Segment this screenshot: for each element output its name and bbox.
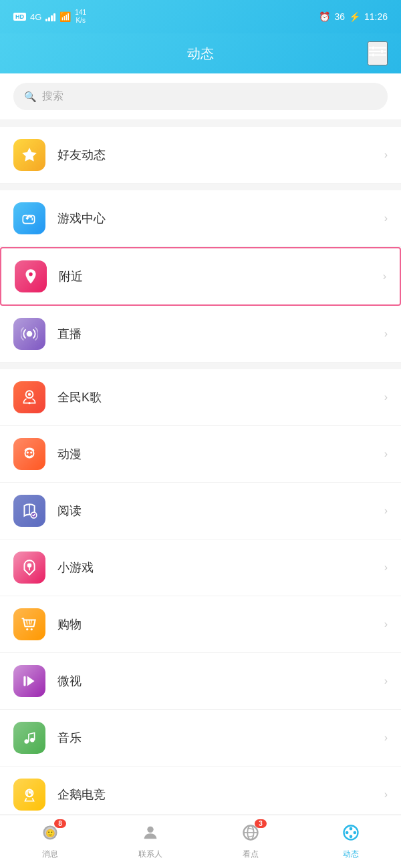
speed-text: 141 K/s [75, 9, 86, 25]
network-type: 4G [30, 12, 41, 22]
menu-item-esport[interactable]: 企鹅电竞 › [0, 767, 401, 815]
svg-point-15 [27, 331, 33, 337]
chevron-icon: › [384, 789, 388, 801]
status-bar: HD 4G 📶 141 K/s ⏰ 36 ⚡ 11:26 [0, 0, 401, 33]
hd-badge: HD [13, 13, 26, 21]
esport-icon [13, 779, 45, 811]
svg-point-27 [31, 628, 33, 630]
divider-3 [0, 363, 401, 369]
live-icon [13, 318, 45, 350]
minigame-label: 小游戏 [57, 560, 384, 576]
tab-moments[interactable]: 动态 [301, 823, 401, 860]
contacts-icon [141, 823, 160, 846]
tab-contacts[interactable]: 联系人 [100, 823, 200, 860]
read-label: 阅读 [57, 503, 384, 519]
shop-label: 购物 [57, 616, 384, 632]
svg-point-21 [30, 451, 32, 453]
tab-messages[interactable]: 🙂 8 消息 [0, 823, 100, 860]
live-label: 直播 [57, 326, 384, 342]
anime-icon [13, 438, 45, 470]
menu-item-read[interactable]: 阅读 › [0, 483, 401, 539]
divider-2 [0, 184, 401, 190]
discover-badge: 3 [255, 819, 267, 828]
chevron-icon: › [384, 675, 388, 687]
svg-point-18 [28, 402, 30, 404]
svg-point-46 [350, 835, 353, 839]
svg-point-30 [24, 739, 29, 744]
svg-point-2 [380, 50, 383, 53]
music-label: 音乐 [57, 730, 384, 746]
svg-point-12 [31, 218, 33, 219]
moments-tab-label: 动态 [343, 849, 359, 860]
read-icon [13, 495, 45, 527]
moments-icon [342, 823, 360, 846]
wifi-icon: 📶 [59, 11, 71, 22]
svg-point-24 [27, 564, 32, 568]
menu-item-music[interactable]: 音乐 › [0, 710, 401, 767]
svg-point-20 [27, 451, 29, 453]
friends-icon [13, 139, 45, 171]
discover-icon: 3 [241, 823, 260, 846]
svg-point-44 [350, 827, 353, 831]
karaoke-label: 全民K歌 [57, 389, 384, 405]
menu-item-friends[interactable]: 好友动态 › [0, 127, 401, 184]
contacts-tab-label: 联系人 [138, 849, 162, 860]
anime-label: 动漫 [57, 446, 384, 462]
svg-point-17 [28, 393, 31, 396]
svg-rect-11 [26, 218, 29, 219]
chevron-icon: › [384, 149, 388, 161]
svg-point-38 [147, 827, 153, 833]
signal-bars [45, 12, 55, 21]
header: 动态 [0, 33, 401, 73]
status-right: ⏰ 36 ⚡ 11:26 [319, 11, 388, 22]
weishi-label: 微视 [57, 673, 384, 689]
chevron-icon: › [384, 391, 388, 403]
svg-point-0 [372, 46, 374, 49]
svg-point-19 [25, 449, 34, 457]
shop-icon [13, 608, 45, 640]
messages-tab-label: 消息 [42, 849, 58, 860]
svg-point-26 [26, 628, 28, 630]
weishi-icon [13, 665, 45, 697]
menu-item-live[interactable]: 直播 › [0, 306, 401, 363]
search-bar[interactable]: 🔍 搜索 [13, 83, 388, 110]
time-display: 11:26 [364, 11, 388, 22]
menu-item-weishi[interactable]: 微视 › [0, 653, 401, 710]
game-icon [13, 202, 45, 234]
svg-point-14 [29, 272, 32, 276]
charging-icon: ⚡ [349, 11, 360, 22]
chevron-icon: › [383, 270, 386, 282]
tab-bar: 🙂 8 消息 联系人 3 看点 [0, 815, 401, 868]
tab-discover[interactable]: 3 看点 [200, 823, 301, 860]
menu-item-shop[interactable]: 购物 › [0, 596, 401, 653]
menu-item-anime[interactable]: 动漫 › [0, 426, 401, 483]
battery-level: 36 [334, 11, 345, 22]
menu-item-game[interactable]: 游戏中心 › [0, 190, 401, 247]
filter-button[interactable] [368, 41, 388, 65]
game-label: 游戏中心 [57, 210, 384, 226]
alarm-icon: ⏰ [319, 11, 330, 22]
chevron-icon: › [384, 212, 388, 224]
svg-point-31 [30, 738, 35, 742]
menu-item-minigame[interactable]: 小游戏 › [0, 539, 401, 596]
svg-point-13 [31, 219, 33, 220]
minigame-icon [13, 552, 45, 584]
chevron-icon: › [384, 562, 388, 574]
nearby-icon [15, 260, 47, 292]
divider-1 [0, 120, 401, 127]
music-icon [13, 722, 45, 754]
chevron-icon: › [384, 448, 388, 460]
search-icon: 🔍 [24, 91, 37, 103]
svg-point-43 [346, 831, 349, 835]
friends-label: 好友动态 [57, 147, 384, 163]
main-content: 🔍 搜索 好友动态 › [0, 73, 401, 815]
svg-point-45 [354, 831, 357, 835]
svg-marker-9 [22, 148, 37, 162]
menu-item-nearby[interactable]: 附近 › [0, 247, 401, 306]
search-container: 🔍 搜索 [0, 73, 401, 120]
menu-item-karaoke[interactable]: 全民K歌 › [0, 369, 401, 426]
karaoke-icon [13, 381, 45, 413]
messages-icon: 🙂 8 [41, 823, 59, 846]
nearby-label: 附近 [59, 268, 383, 284]
svg-text:🙂: 🙂 [45, 829, 55, 838]
